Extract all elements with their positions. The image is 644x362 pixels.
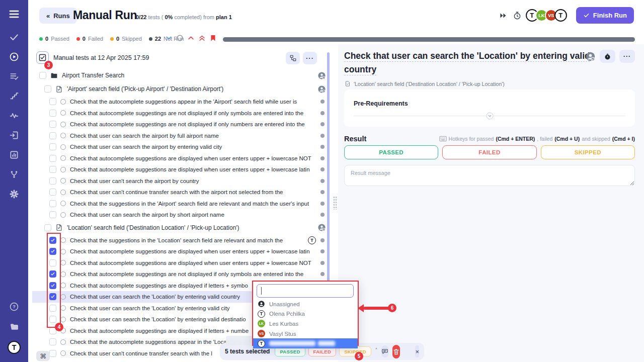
- row-checkbox[interactable]: [49, 121, 56, 128]
- bulk-delete-button[interactable]: [392, 345, 400, 358]
- tree-row-test[interactable]: Check that user can search the airport b…: [32, 141, 330, 153]
- assignee-dropdown: UnassignedTOlena PchilkaLKLes KurbasVSVa…: [252, 281, 359, 346]
- not-run-dot: [320, 202, 325, 206]
- assignee-icon[interactable]: [317, 223, 326, 232]
- tree-view-toggle-button[interactable]: [286, 52, 300, 64]
- person-icon: [258, 300, 265, 308]
- row-checkbox[interactable]: [49, 98, 56, 105]
- stat-passed: 0Passed: [39, 36, 69, 42]
- assignee-option-les-kurbas[interactable]: LKLes Kurbas: [253, 319, 358, 329]
- row-checkbox[interactable]: [49, 143, 56, 150]
- tree-row-test[interactable]: Check that the suggestions in the 'Locat…: [32, 235, 330, 246]
- tree-row-label: Check that autocomplete suggestions are …: [70, 155, 311, 161]
- tree-row-test[interactable]: Check that autocomplete suggestings are …: [32, 119, 330, 130]
- failed-button[interactable]: FAILED: [442, 145, 536, 159]
- tree-row-test[interactable]: Check that the autocomplete suggestions …: [32, 96, 330, 108]
- percent-complete: 0%: [165, 14, 173, 20]
- tree-row-label: Check that autocomplete suggestings are …: [70, 271, 303, 277]
- menu-icon[interactable]: [9, 9, 20, 20]
- assignee-option-olena-pchilka[interactable]: TOlena Pchilka: [253, 309, 358, 319]
- row-checkbox[interactable]: [49, 189, 56, 196]
- tree-row-test[interactable]: Check that user can't search the airport…: [32, 175, 330, 187]
- row-checkbox[interactable]: [49, 350, 56, 357]
- row-checkbox[interactable]: [49, 132, 56, 139]
- hotkey-failed: (Cmd + U): [554, 136, 580, 142]
- timer-icon[interactable]: [513, 11, 522, 20]
- run-play-icon[interactable]: [9, 52, 19, 62]
- row-checkbox[interactable]: [49, 110, 56, 117]
- double-chevron-up-icon[interactable]: [198, 34, 206, 42]
- tree-row-doc[interactable]: 'Airport' search field ('Pick-up Airport…: [32, 82, 330, 96]
- tree-row-test[interactable]: Check that autocomplete suggestions are …: [32, 257, 330, 269]
- row-checkbox[interactable]: [49, 200, 56, 207]
- bulk-assign-icon[interactable]: [375, 347, 377, 356]
- folder-icon[interactable]: [9, 322, 19, 332]
- tree-row-test[interactable]: Check that autocomplete suggestings are …: [32, 268, 330, 280]
- row-checkbox[interactable]: [49, 155, 56, 162]
- expand-chevron-icon[interactable]: [486, 112, 494, 120]
- import-icon[interactable]: [9, 130, 19, 140]
- assignee-icon[interactable]: [317, 85, 326, 94]
- branch-icon[interactable]: [9, 169, 19, 179]
- bookmark-icon[interactable]: [209, 34, 217, 42]
- assignee-icon[interactable]: [585, 51, 596, 62]
- test-title-actions: ···: [585, 50, 635, 63]
- steps-icon[interactable]: [9, 91, 19, 101]
- not-run-dot: [320, 261, 325, 265]
- pulse-icon[interactable]: [9, 111, 19, 121]
- finish-run-button[interactable]: Finish Run: [576, 7, 634, 24]
- test-list-icon[interactable]: [9, 71, 19, 81]
- row-checkbox[interactable]: [49, 211, 56, 218]
- document-icon: [55, 224, 63, 231]
- pre-requirements-card: Pre-Requirements: [344, 89, 635, 127]
- assignee-search-input[interactable]: [257, 284, 354, 298]
- settings-icon[interactable]: [9, 189, 19, 199]
- tree-row-doc[interactable]: 'Location' search field ('Destination Lo…: [32, 221, 330, 235]
- row-checkbox[interactable]: [49, 177, 56, 185]
- fast-forward-icon[interactable]: [499, 11, 508, 20]
- panel-resize-handle[interactable]: [333, 196, 337, 210]
- chevron-down-icon[interactable]: [165, 34, 173, 42]
- user-avatar[interactable]: T: [8, 341, 21, 354]
- tree-title: Manual tests at 12 Apr 2025 17:59: [53, 54, 149, 61]
- timer-button[interactable]: [600, 50, 615, 63]
- chevron-up-icon[interactable]: [187, 34, 195, 42]
- tree-row-test[interactable]: Check that autocomplete suggestions are …: [32, 164, 330, 175]
- bulk-comment-button[interactable]: [381, 345, 388, 357]
- passed-button[interactable]: PASSED: [344, 145, 438, 159]
- row-checkbox[interactable]: [39, 72, 46, 79]
- report-icon[interactable]: [9, 150, 19, 160]
- result-message-input[interactable]: [344, 165, 635, 186]
- tree-row-test[interactable]: Check that user can search the airport b…: [32, 130, 330, 142]
- assignee-option-vasyl-stus[interactable]: VSVasyl Stus: [253, 329, 358, 339]
- bulk-close-button[interactable]: ×: [415, 345, 419, 357]
- plan-link[interactable]: plan 1: [216, 14, 232, 20]
- tree-row-folder[interactable]: Airport Transfer Search: [32, 69, 330, 82]
- skipped-button[interactable]: SKIPPED: [541, 145, 635, 159]
- status-counters: 0Passed0Failed0Skipped22Not Run: [39, 36, 184, 42]
- assignee-option-label: Vasyl Stus: [269, 331, 296, 337]
- back-to-runs-button[interactable]: « Runs: [39, 8, 77, 24]
- tree-row-label: 'Airport' search field ('Pick-up Airport…: [67, 85, 223, 93]
- test-more-button[interactable]: ···: [619, 50, 635, 63]
- tree-row-test[interactable]: Check that autocomplete suggestings are …: [32, 108, 330, 119]
- row-checkbox[interactable]: [44, 224, 51, 231]
- tree-row-test[interactable]: Check that user can't continue transfer …: [32, 187, 330, 198]
- tree-more-button[interactable]: ···: [303, 52, 317, 64]
- help-icon[interactable]: ?: [9, 302, 19, 312]
- tree-row-test[interactable]: Check that autocomplete suggestions are …: [32, 153, 330, 164]
- blurred-region: [226, 336, 254, 345]
- tree-row-test[interactable]: Check that user can search the airport b…: [32, 209, 330, 221]
- annotation-badge-6: 6: [388, 304, 396, 312]
- assignee-option-unassigned[interactable]: Unassigned: [253, 299, 358, 309]
- row-checkbox[interactable]: [44, 85, 51, 93]
- tree-row-test[interactable]: Check that the suggestions in the 'Airpo…: [32, 198, 330, 210]
- check-icon[interactable]: [9, 32, 19, 42]
- circle-icon[interactable]: [176, 34, 184, 42]
- assignee-option-blurred[interactable]: T: [253, 338, 358, 348]
- row-checkbox[interactable]: [49, 166, 56, 173]
- tree-row-test[interactable]: Check that autocomplete suggestions are …: [32, 246, 330, 257]
- row-checkbox[interactable]: [49, 338, 56, 345]
- avatar-T[interactable]: T: [554, 9, 567, 22]
- assignee-icon[interactable]: [317, 71, 326, 80]
